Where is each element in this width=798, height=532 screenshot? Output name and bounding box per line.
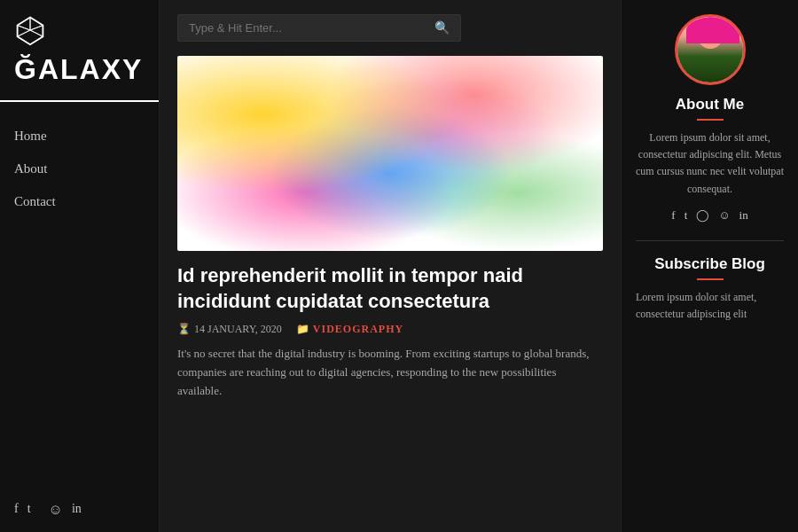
about-widget-title: About Me: [636, 96, 784, 113]
about-instagram-icon[interactable]: ◯: [696, 208, 709, 223]
logo-icon: [14, 14, 46, 50]
subscribe-title-underline: [697, 278, 724, 280]
about-widget-text: Lorem ipsum dolor sit amet, consectetur …: [636, 129, 784, 198]
subscribe-widget-title: Subscribe Blog: [636, 255, 784, 273]
article-date-wrapper: ⏳ 14 JANUARY, 2020: [177, 323, 282, 336]
facebook-icon[interactable]: f: [14, 502, 19, 518]
subscribe-widget-text: Lorem ipsum dolor sit amet, consectetur …: [636, 289, 784, 323]
nav-item-about[interactable]: About: [0, 153, 159, 185]
avatar-image: [677, 17, 743, 82]
twitter-icon[interactable]: t: [27, 502, 31, 518]
article-card: Id reprehenderit mollit in tempor naid i…: [177, 56, 603, 401]
clock-icon: ⏳: [177, 323, 191, 336]
site-title: ĞALAXY: [14, 53, 143, 86]
article-category-wrapper: 📁 VIDEOGRAPHY: [296, 323, 403, 336]
logo-container: ĞALAXY: [0, 14, 159, 102]
search-bar: 🔍: [177, 14, 461, 42]
search-input[interactable]: [189, 21, 434, 35]
about-twitter-icon[interactable]: t: [685, 208, 688, 223]
about-widget: About Me Lorem ipsum dolor sit amet, con…: [636, 14, 784, 223]
article-excerpt: It's no secret that the digital industry…: [177, 345, 603, 400]
nav-menu: Home About Contact: [0, 120, 159, 218]
article-date: 14 JANUARY, 2020: [194, 323, 282, 336]
main-content: 🔍 Id reprehenderit mollit in tempor naid…: [160, 0, 621, 532]
article-image: [177, 56, 603, 251]
subscribe-widget: Subscribe Blog Lorem ipsum dolor sit ame…: [636, 240, 784, 323]
sidebar-social-links: f t ☺ in: [0, 484, 159, 518]
linkedin-icon[interactable]: in: [72, 502, 82, 518]
about-linkedin-icon[interactable]: in: [739, 208, 748, 223]
about-title-underline: [697, 119, 724, 121]
about-github-icon[interactable]: ☺: [718, 208, 730, 223]
nav-item-contact[interactable]: Contact: [0, 185, 159, 218]
article-category[interactable]: VIDEOGRAPHY: [313, 323, 403, 336]
svg-marker-5: [18, 30, 43, 44]
nav-item-home[interactable]: Home: [0, 120, 159, 153]
avatar: [675, 14, 746, 85]
article-meta: ⏳ 14 JANUARY, 2020 📁 VIDEOGRAPHY: [177, 323, 603, 336]
search-icon[interactable]: 🔍: [434, 20, 450, 35]
folder-icon: 📁: [296, 323, 309, 336]
about-facebook-icon[interactable]: f: [671, 208, 675, 223]
github-icon[interactable]: ☺: [49, 502, 63, 518]
about-social-links: f t ◯ ☺ in: [636, 208, 784, 223]
sidebar: ĞALAXY Home About Contact f t ☺ in: [0, 0, 160, 532]
article-title[interactable]: Id reprehenderit mollit in tempor naid i…: [177, 263, 603, 314]
right-sidebar: About Me Lorem ipsum dolor sit amet, con…: [621, 0, 798, 532]
